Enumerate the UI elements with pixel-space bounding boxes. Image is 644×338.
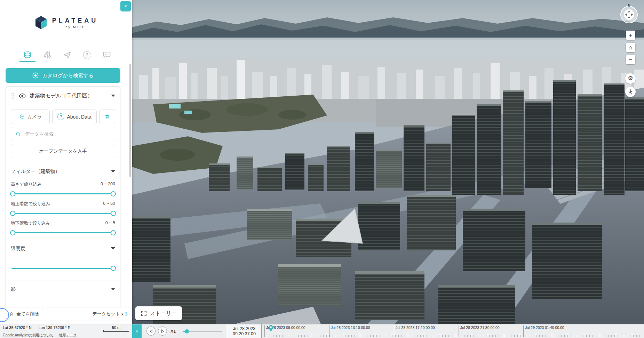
dataset-search[interactable] [11,127,115,141]
dataset-card: 建築物モデル（千代田区） カメラ ? About Data [6,86,120,316]
timeline-play-button[interactable] [158,327,167,336]
zoom-in-button[interactable]: + [626,31,635,40]
sidebar-close-button[interactable]: × [120,1,131,11]
tab-feedback[interactable] [101,49,113,61]
slider-handle-min[interactable] [10,230,15,235]
slider-handle-min[interactable] [10,211,15,216]
sliders-icon [43,50,52,59]
chevron-down-icon[interactable] [111,95,115,97]
plateau-logo-icon [34,15,48,31]
walking-person-icon [627,89,634,95]
map-controls: + ⌂ − ⚙ [625,31,636,97]
opacity-section-label: 透明度 [11,246,25,252]
camera-button[interactable]: カメラ [11,110,50,124]
slider-track [11,268,114,269]
terrain-data-link[interactable]: 地形データ [59,333,77,338]
map-3d-view[interactable]: N + ⌂ − ⚙ [132,0,644,338]
floors-filter-slider[interactable] [11,211,115,216]
timeline-tick-strip[interactable] [264,333,644,337]
zoom-out-button[interactable]: − [626,55,635,64]
dataset-title: 建築物モデル（千代田区） [30,92,108,99]
timeline-tick-label: Jul 28 2023 17:20:00.00 [396,325,435,330]
home-button[interactable]: ⌂ [626,43,635,52]
shadow-section-label: 影 [11,286,16,292]
plus-circle-icon [32,72,39,79]
timeline-current-time: 09:20:37.00 [233,331,256,337]
floors-filter-label: 地上階数で絞り込み [11,201,50,207]
drag-handle-icon[interactable] [11,93,15,99]
question-icon: ? [83,51,91,59]
slider-handle-min[interactable] [10,191,15,196]
slider-handle-max[interactable] [111,191,116,196]
about-data-button[interactable]: ? About Data [52,110,97,124]
chevron-down-icon [111,288,115,290]
catalog-search-label: カタログから検索する [42,72,94,79]
opacity-section-header[interactable]: 透明度 [6,240,120,257]
opacity-slider[interactable] [11,266,115,271]
dataset-count-label: データセット x 1 [93,311,127,317]
sidebar-tabs: ? [22,49,113,61]
map-scale-bar [103,330,129,332]
question-icon: ? [57,113,64,120]
floors-filter-range: 0 ~ 50 [103,201,115,207]
remove-dataset-button[interactable] [99,110,115,124]
shadow-section-header[interactable]: 影 [6,281,120,297]
delete-all-button[interactable]: 全てを削除 [5,309,43,319]
filter-section-header[interactable]: フィルター（建築物） [6,163,120,179]
trash-icon [9,312,14,317]
slider-handle-max[interactable] [111,211,116,216]
rewind-icon [149,329,153,333]
sidebar-scrollbar[interactable] [129,64,131,177]
height-filter-slider[interactable] [11,191,115,196]
database-icon [23,50,32,59]
timeline-rewind-button[interactable] [146,327,156,336]
basement-filter-slider[interactable] [11,230,115,235]
sidebar: × PLATEAU by MLIT [0,0,132,324]
slider-handle[interactable] [111,266,116,271]
tab-share[interactable] [61,49,73,61]
filter-section-label: フィルター（建築物） [11,168,60,175]
timeline-speed-slider[interactable] [183,331,222,332]
visibility-eye-icon[interactable] [18,92,26,100]
chat-bubble-icon [102,50,111,59]
logo-subtitle: by MLIT [65,25,85,29]
latitude-readout: Lat 35.67920 ° N [3,325,32,330]
tab-datasets[interactable] [22,49,33,61]
story-button[interactable]: ストーリー [135,306,182,320]
analytics-policy-link[interactable]: Google Analyticsの利用について [3,333,54,338]
tab-tools[interactable] [41,49,53,61]
timeline-tick-label: Jul 28 2023 21:30:00.00 [460,325,500,330]
tab-help[interactable]: ? [81,49,93,61]
compass-control[interactable]: N [618,2,641,25]
dataset-search-input[interactable] [24,131,111,137]
dataset-header[interactable]: 建築物モデル（千代田区） [6,87,120,105]
story-expand-icon [141,311,147,316]
open-data-button[interactable]: オープンデータを入手 [11,144,115,158]
dataset-actions: カメラ ? About Data [11,110,115,124]
opacity-control [11,266,115,271]
basement-filter: 地下階数で絞り込み 0 ~ 5 [11,220,115,235]
floors-filter: 地上階数で絞り込み 0 ~ 50 [11,201,115,216]
timeline-bar: × X1 Jul 28 2023 09:20:37.00 Jul 28 2023… [132,324,644,338]
pedestrian-view-button[interactable] [625,87,636,97]
play-icon [161,329,165,333]
plateau-view-app: N + ⌂ − ⚙ [0,0,644,338]
timeline-playhead-pin[interactable] [268,325,273,332]
slider-handle-max[interactable] [111,230,116,235]
speed-slider-knob[interactable] [185,329,189,333]
catalog-search-button[interactable]: カタログから検索する [6,68,120,83]
plateau-logo: PLATEAU by MLIT [0,15,132,31]
story-button-label: ストーリー [150,310,176,317]
timeline-close-button[interactable]: × [132,324,142,338]
location-pin-icon [19,114,25,120]
slider-track [11,213,114,214]
compass-north-label: N [628,3,630,7]
height-filter-label: 高さで絞り込み [11,182,42,187]
settings-button[interactable]: ⚙ [625,73,636,84]
city-3d-scene [132,0,644,338]
map-scale-label: 50 m [112,325,120,330]
about-data-label: About Data [67,114,91,120]
slider-track [11,232,114,233]
logo-title: PLATEAU [52,17,98,24]
height-filter-range: 0 ~ 200 [101,182,115,187]
